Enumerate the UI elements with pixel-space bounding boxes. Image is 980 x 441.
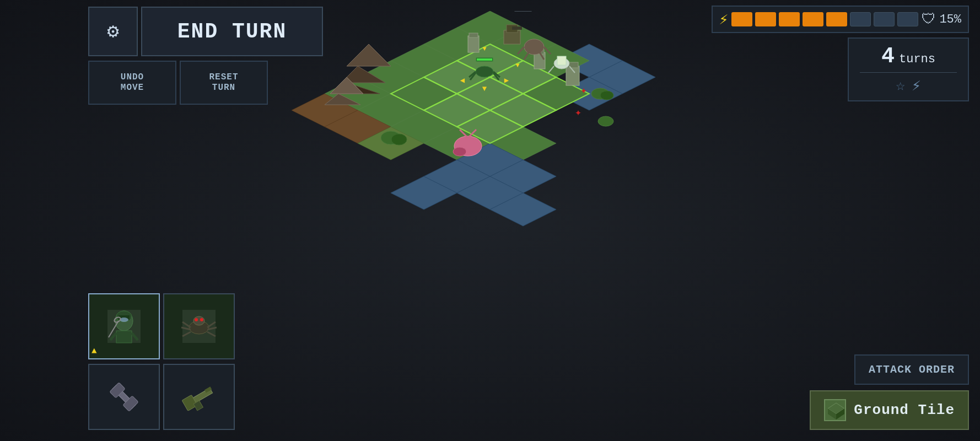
lightning-icon: ⚡ <box>719 10 729 29</box>
svg-point-61 <box>524 39 544 55</box>
svg-rect-42 <box>534 52 545 69</box>
shield-icon: 🛡 <box>922 10 936 28</box>
unit-portrait-wrench <box>89 365 159 429</box>
shield-area: 🛡 15% <box>922 10 961 28</box>
unit-card-weapon[interactable] <box>163 364 235 430</box>
svg-text:▼: ▼ <box>482 84 487 93</box>
ground-tile-label: Ground Tile <box>854 402 955 418</box>
svg-rect-44 <box>566 66 579 85</box>
svg-text:✦: ✦ <box>575 106 581 119</box>
unit-portrait-soldier <box>89 294 159 358</box>
turns-label: turns <box>899 52 935 66</box>
gear-icon: ⚙ <box>107 19 119 44</box>
svg-point-85 <box>598 116 613 126</box>
unit-portrait-spider <box>164 294 234 358</box>
pip-6 <box>850 12 871 26</box>
reset-turn-label: RESETTURN <box>209 72 238 93</box>
unit-row-bottom <box>88 364 235 430</box>
pip-5 <box>826 12 847 26</box>
ground-tile-button[interactable]: Ground Tile <box>810 390 969 430</box>
top-right-hud: ⚡ 🛡 15% 4 turns ☆ ⚡ <box>712 6 969 101</box>
turns-box: 4 turns ☆ ⚡ <box>848 37 969 101</box>
undo-move-label: UNDOMOVE <box>121 72 144 93</box>
svg-point-104 <box>200 318 203 321</box>
pip-1 <box>731 12 752 26</box>
svg-rect-41 <box>469 33 478 37</box>
svg-text:▼: ▼ <box>482 45 487 53</box>
svg-point-103 <box>195 318 198 321</box>
unit-row-top: ▲ <box>88 293 235 359</box>
star-icon: ☆ <box>896 76 905 95</box>
svg-marker-72 <box>347 44 391 66</box>
turns-count: 4 <box>881 44 895 69</box>
turns-icons: ☆ ⚡ <box>860 76 957 95</box>
shield-percent: 15% <box>939 13 961 26</box>
end-turn-label: End Turn <box>177 20 287 44</box>
unit-card-spider[interactable] <box>163 293 235 359</box>
attack-order-label: ATTACK ORDER <box>869 363 955 376</box>
pip-4 <box>803 12 823 26</box>
unit-card-soldier[interactable]: ▲ <box>88 293 160 359</box>
svg-text:▼: ▼ <box>515 62 520 69</box>
svg-point-78 <box>453 147 466 156</box>
undo-move-button[interactable]: UNDOMOVE <box>88 61 176 105</box>
svg-rect-60 <box>512 26 522 30</box>
pip-2 <box>755 12 776 26</box>
svg-text:▶: ▶ <box>504 76 509 85</box>
lightning-turns-icon: ⚡ <box>912 76 921 95</box>
attack-order-button[interactable]: ATTACK ORDER <box>854 354 969 385</box>
unit-portrait-weapon <box>164 365 234 429</box>
svg-point-94 <box>120 318 128 322</box>
pip-7 <box>874 12 895 26</box>
svg-rect-47 <box>477 58 492 61</box>
gear-button[interactable]: ⚙ <box>88 7 138 56</box>
top-left-controls: ⚙ End Turn UNDOMOVE RESETTURN <box>88 7 323 105</box>
energy-bar: ⚡ 🛡 15% <box>712 6 969 33</box>
end-turn-button[interactable]: End Turn <box>141 7 323 56</box>
svg-rect-40 <box>468 36 479 52</box>
unit-rank-soldier: ▲ <box>91 346 97 356</box>
ground-tile-icon <box>824 399 846 421</box>
unit-card-wrench[interactable] <box>88 364 160 430</box>
pip-3 <box>779 12 800 26</box>
turns-divider <box>860 72 957 73</box>
secondary-buttons: UNDOMOVE RESETTURN <box>88 61 323 105</box>
bottom-right-controls: ATTACK ORDER Ground Tile <box>810 354 969 430</box>
svg-point-82 <box>391 134 407 145</box>
energy-pips <box>731 12 918 26</box>
svg-point-84 <box>600 91 613 100</box>
svg-text:◀: ◀ <box>460 76 465 85</box>
pip-8 <box>897 12 918 26</box>
svg-text:✦: ✦ <box>580 84 587 97</box>
svg-rect-67 <box>557 56 566 65</box>
reset-turn-button[interactable]: RESETTURN <box>180 61 268 105</box>
bottom-left-units: ▲ <box>88 293 235 430</box>
svg-point-48 <box>476 66 493 77</box>
svg-rect-95 <box>116 331 132 343</box>
end-turn-row: ⚙ End Turn <box>88 7 323 56</box>
